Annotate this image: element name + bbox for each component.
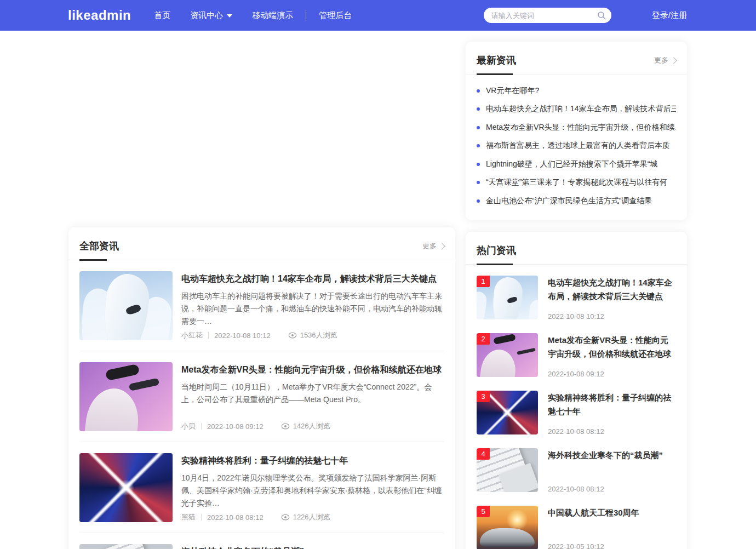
hot-news-list: 1 电动车超快充之战打响！14家车企布局，解读技术背后三大关键点 2022-10… <box>466 265 687 549</box>
article-content: 实验精神终将胜利：量子纠缠的祛魅七十年 10月4日，2022年诺贝尔物理学奖公布… <box>181 453 444 522</box>
search-input[interactable] <box>491 12 597 20</box>
latest-news-item[interactable]: Meta发布全新VR头显：性能向元宇宙升级，但价格和续…还 <box>477 118 676 137</box>
bullet-dot-icon <box>477 144 480 147</box>
chevron-down-icon <box>227 14 232 18</box>
latest-news-item-title: 金山电池公布“沪广深市民绿色生活方式”调查结果 <box>486 196 652 206</box>
search-icon[interactable] <box>597 11 606 20</box>
hot-thumbnail-quantum[interactable]: 3 <box>477 391 538 434</box>
hot-news-item[interactable]: 5 中国载人航天工程30周年 2022-10-05 10:12 <box>477 506 676 549</box>
eye-icon <box>281 514 290 521</box>
bullet-dot-icon <box>477 199 480 203</box>
hot-thumbnail-vr-headset[interactable]: 2 <box>477 333 538 377</box>
views-group: 1226人浏览 <box>281 512 330 522</box>
empty-banner-area <box>68 42 455 227</box>
hot-item-title[interactable]: Meta发布全新VR头显：性能向元宇宙升级，但价格和续航还在地球 <box>548 333 676 361</box>
article-excerpt: 10月4日，2022年诺贝尔物理学奖公布。奖项颁发给了法国科学家阿兰·阿斯佩、美… <box>181 472 444 510</box>
hot-item-content: Meta发布全新VR头显：性能向元宇宙升级，但价格和续航还在地球 2022-10… <box>548 333 676 378</box>
top-navigation-bar: likeadmin 首页 资讯中心 移动端演示 管理后台 登录/注册 <box>0 0 756 31</box>
hot-item-date: 2022-10-08 08:12 <box>548 485 676 493</box>
site-logo[interactable]: likeadmin <box>68 8 131 23</box>
hot-item-title[interactable]: 海外科技企业寒冬下的“裁员潮” <box>548 448 676 462</box>
article-views: 1426人浏览 <box>293 421 330 431</box>
search-box <box>484 8 611 23</box>
meta-separator <box>208 332 209 339</box>
nav-item-admin-backend[interactable]: 管理后台 <box>319 10 352 21</box>
latest-news-item-title: Lightning破壁，人们已经开始搜索下个撬开苹果“城 <box>486 159 658 169</box>
latest-news-more-link[interactable]: 更多 <box>654 55 676 65</box>
article-title[interactable]: 海外科技企业寒冬下的“裁员潮” <box>181 546 444 549</box>
article-title[interactable]: 实验精神终将胜利：量子纠缠的祛魅七十年 <box>181 455 444 467</box>
nav-item-news-center[interactable]: 资讯中心 <box>190 10 232 21</box>
article-content: 电动车超快充之战打响！14家车企布局，解读技术背后三大关键点 困扰电动车主的补能… <box>181 271 444 340</box>
hot-thumbnail-car[interactable]: 5 <box>477 506 538 549</box>
article-row[interactable]: Meta发布全新VR头显：性能向元宇宙升级，但价格和续航还在地球 当地时间周二（… <box>79 351 444 442</box>
all-news-card: 全部资讯 更多 电动车超快充之战打响！14家车企布局，解读技术背后三大关键点 困… <box>68 227 455 549</box>
hot-news-item[interactable]: 2 Meta发布全新VR头显：性能向元宇宙升级，但价格和续航还在地球 2022-… <box>477 333 676 378</box>
hot-item-title[interactable]: 中国载人航天工程30周年 <box>548 506 676 519</box>
hot-item-title[interactable]: 实验精神终将胜利：量子纠缠的祛魅七十年 <box>548 391 676 418</box>
hot-item-date: 2022-10-08 08:12 <box>548 427 676 436</box>
latest-news-item[interactable]: “天宫课堂”第三课来了！专家揭秘此次课程与以往有何 <box>477 174 676 192</box>
nav-item-mobile-demo[interactable]: 移动端演示 <box>252 10 293 21</box>
article-content: 海外科技企业寒冬下的“裁员潮” <box>181 544 444 549</box>
hot-news-item[interactable]: 4 海外科技企业寒冬下的“裁员潮” 2022-10-08 08:12 <box>477 448 676 493</box>
article-author: 小红花 <box>181 330 203 340</box>
chevron-right-icon <box>438 243 445 250</box>
eye-icon <box>281 423 290 430</box>
nav-item-label: 管理后台 <box>319 10 352 21</box>
bullet-dot-icon <box>477 163 480 166</box>
meta-separator <box>201 423 202 430</box>
article-thumbnail-vr-headset[interactable] <box>79 362 173 431</box>
article-thumbnail-quantum[interactable] <box>79 453 173 522</box>
article-content: Meta发布全新VR头显：性能向元宇宙升级，但价格和续航还在地球 当地时间周二（… <box>181 362 444 431</box>
article-title[interactable]: Meta发布全新VR头显：性能向元宇宙升级，但价格和续航还在地球 <box>181 364 444 376</box>
hot-item-date: 2022-10-08 10:12 <box>548 312 676 321</box>
hot-thumbnail-layoffs[interactable]: 4 <box>477 448 538 492</box>
latest-news-item[interactable]: 金山电池公布“沪广深市民绿色生活方式”调查结果 <box>477 192 676 210</box>
login-register-link[interactable]: 登录/注册 <box>652 10 687 21</box>
more-label: 更多 <box>654 55 668 65</box>
hot-thumbnail-ev-charger[interactable]: 1 <box>477 276 538 319</box>
latest-news-item[interactable]: 电动车超快充之战打响！14家车企布局，解读技术背后三… <box>477 100 676 119</box>
nav-divider <box>306 10 306 21</box>
latest-news-title: 最新资讯 <box>477 54 516 67</box>
hot-item-content: 海外科技企业寒冬下的“裁员潮” 2022-10-08 08:12 <box>548 448 676 493</box>
article-thumbnail-layoffs[interactable] <box>79 544 173 549</box>
hot-item-date: 2022-10-08 09:12 <box>548 370 676 378</box>
all-news-more-link[interactable]: 更多 <box>422 241 444 251</box>
article-thumbnail-ev-charger[interactable] <box>79 271 173 340</box>
rank-badge: 2 <box>477 333 490 345</box>
article-excerpt: 当地时间周二（10月11日），Meta举办了VR年度大会“Connect 202… <box>181 381 444 406</box>
hot-news-item[interactable]: 1 电动车超快充之战打响！14家车企布局，解读技术背后三大关键点 2022-10… <box>477 276 676 321</box>
latest-news-card: 最新资讯 更多 VR元年在哪年? 电动车超快充之战打响！14家车企布局，解读技术… <box>466 42 687 220</box>
article-meta: 小红花 2022-10-08 10:12 1536人浏览 <box>181 330 444 340</box>
latest-news-item[interactable]: Lightning破壁，人们已经开始搜索下个撬开苹果“城 <box>477 155 676 174</box>
views-group: 1426人浏览 <box>281 421 330 431</box>
latest-news-list: VR元年在哪年? 电动车超快充之战打响！14家车企布局，解读技术背后三… Met… <box>466 75 687 220</box>
latest-news-item[interactable]: 福布斯首富易主，透过地球上最富有的人类看背后本质 <box>477 137 676 156</box>
article-row[interactable]: 电动车超快充之战打响！14家车企布局，解读技术背后三大关键点 困扰电动车主的补能… <box>79 260 444 351</box>
hot-news-item[interactable]: 3 实验精神终将胜利：量子纠缠的祛魅七十年 2022-10-08 08:12 <box>477 391 676 436</box>
article-date: 2022-10-08 10:12 <box>214 331 271 340</box>
article-title[interactable]: 电动车超快充之战打响！14家车企布局，解读技术背后三大关键点 <box>181 273 444 285</box>
rank-badge: 5 <box>477 506 490 517</box>
hot-item-content: 实验精神终将胜利：量子纠缠的祛魅七十年 2022-10-08 08:12 <box>548 391 676 436</box>
latest-news-item[interactable]: VR元年在哪年? <box>477 82 676 100</box>
hot-item-content: 电动车超快充之战打响！14家车企布局，解读技术背后三大关键点 2022-10-0… <box>548 276 676 321</box>
eye-icon <box>288 332 297 339</box>
hot-news-header: 热门资讯 <box>466 232 687 265</box>
latest-news-item-title: 福布斯首富易主，透过地球上最富有的人类看背后本质 <box>486 141 670 151</box>
nav-item-label: 首页 <box>154 10 170 21</box>
article-meta: 黑猫 2022-10-08 08:12 1226人浏览 <box>181 512 444 522</box>
article-date: 2022-10-08 08:12 <box>207 513 264 522</box>
hot-item-content: 中国载人航天工程30周年 2022-10-05 10:12 <box>548 506 676 549</box>
hot-item-title[interactable]: 电动车超快充之战打响！14家车企布局，解读技术背后三大关键点 <box>548 276 676 303</box>
hot-item-date: 2022-10-05 10:12 <box>548 542 676 549</box>
nav-item-home[interactable]: 首页 <box>154 10 170 21</box>
article-row[interactable]: 海外科技企业寒冬下的“裁员潮” <box>79 533 444 549</box>
article-views: 1226人浏览 <box>293 512 330 522</box>
rank-badge: 1 <box>477 276 490 287</box>
all-news-title: 全部资讯 <box>79 239 119 253</box>
article-row[interactable]: 实验精神终将胜利：量子纠缠的祛魅七十年 10月4日，2022年诺贝尔物理学奖公布… <box>79 442 444 533</box>
article-date: 2022-10-08 09:12 <box>207 422 264 431</box>
